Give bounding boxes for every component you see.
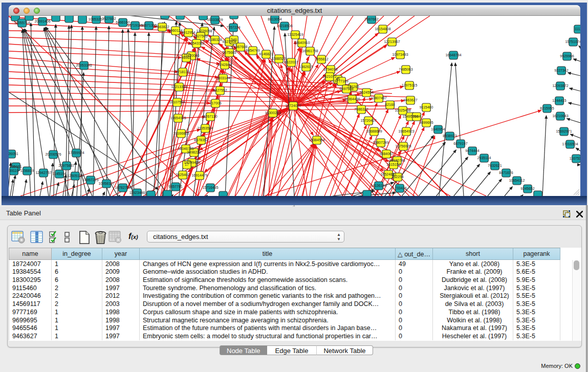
svg-text:9929966: 9929966: [560, 54, 574, 58]
svg-text:12213967: 12213967: [384, 40, 400, 43]
svg-text:16914479: 16914479: [191, 173, 207, 177]
svg-text:10654112: 10654112: [509, 179, 525, 182]
svg-text:7986322: 7986322: [354, 107, 368, 111]
svg-text:20364436: 20364436: [344, 97, 360, 101]
svg-text:9777169: 9777169: [334, 79, 348, 83]
svg-text:2367608: 2367608: [233, 45, 247, 49]
svg-text:16210643: 16210643: [552, 114, 568, 118]
svg-text:6322037: 6322037: [284, 60, 298, 64]
svg-text:8938923: 8938923: [443, 134, 456, 138]
svg-text:1640954: 1640954: [431, 127, 445, 131]
svg-text:9884067: 9884067: [379, 152, 393, 156]
svg-text:16543382: 16543382: [188, 41, 204, 45]
svg-text:16782759: 16782759: [115, 186, 130, 189]
svg-text:12975115: 12975115: [402, 83, 418, 87]
svg-text:9115460: 9115460: [420, 105, 433, 109]
svg-text:10958107: 10958107: [98, 182, 114, 185]
svg-text:13226058: 13226058: [196, 29, 212, 33]
svg-text:9463627: 9463627: [403, 98, 417, 102]
svg-text:1145194: 1145194: [53, 172, 67, 176]
svg-text:19756928: 19756928: [395, 144, 411, 148]
svg-text:1621072: 1621072: [322, 75, 336, 78]
svg-text:19384554: 19384554: [309, 138, 324, 142]
svg-text:18300283: 18300283: [265, 111, 280, 115]
svg-text:18807249: 18807249: [373, 141, 388, 144]
svg-text:6794078: 6794078: [323, 68, 337, 71]
svg-text:10025438: 10025438: [395, 108, 410, 112]
svg-text:14136141: 14136141: [371, 184, 386, 187]
svg-text:11353594: 11353594: [198, 126, 213, 130]
svg-text:98961: 98961: [181, 56, 191, 59]
svg-text:1527602: 1527602: [102, 17, 116, 20]
svg-text:217006: 217006: [209, 101, 221, 105]
svg-text:18107554: 18107554: [169, 100, 185, 104]
svg-text:39119: 39119: [9, 169, 19, 172]
svg-text:1156819: 1156819: [20, 169, 34, 172]
svg-text:18640910: 18640910: [294, 41, 310, 45]
svg-text:3624554: 3624554: [359, 91, 373, 94]
svg-text:3498222: 3498222: [187, 150, 201, 154]
svg-text:9245652: 9245652: [520, 187, 534, 190]
svg-text:8454749: 8454749: [246, 49, 259, 52]
svg-text:1362615: 1362615: [299, 65, 313, 69]
svg-text:19166825: 19166825: [173, 132, 189, 135]
svg-text:435061: 435061: [10, 165, 21, 168]
svg-text:20691406: 20691406: [34, 19, 50, 23]
svg-text:6879197: 6879197: [453, 142, 467, 145]
svg-text:8912954: 8912954: [181, 31, 195, 34]
svg-text:19654925: 19654925: [170, 116, 186, 120]
svg-text:10688609: 10688609: [366, 129, 382, 133]
svg-text:9242848: 9242848: [217, 63, 231, 67]
svg-text:7625402: 7625402: [176, 173, 189, 177]
svg-text:17016504: 17016504: [562, 142, 578, 146]
svg-text:2426051: 2426051: [9, 152, 18, 156]
svg-text:16120746: 16120746: [389, 159, 405, 162]
svg-text:12213369: 12213369: [171, 85, 187, 89]
svg-text:9146821: 9146821: [259, 52, 273, 56]
svg-text:8813054: 8813054: [268, 17, 281, 21]
svg-text:2718176: 2718176: [176, 70, 189, 74]
svg-text:9227342: 9227342: [554, 69, 568, 72]
svg-text:12093872: 12093872: [552, 84, 568, 87]
svg-text:17: 17: [185, 163, 189, 166]
svg-text:546: 546: [231, 38, 237, 41]
svg-text:62160: 62160: [385, 103, 395, 106]
svg-text:12505135: 12505135: [67, 174, 83, 178]
svg-text:7632621: 7632621: [488, 164, 502, 167]
svg-text:9327505: 9327505: [193, 34, 207, 38]
svg-text:2935114: 2935114: [477, 156, 491, 160]
svg-text:15692971: 15692971: [556, 129, 572, 133]
svg-text:1112: 1112: [575, 27, 580, 31]
svg-text:20975887: 20975887: [58, 164, 74, 167]
svg-text:1733426: 1733426: [393, 186, 406, 190]
svg-text:252254: 252254: [391, 175, 403, 179]
svg-text:7485063: 7485063: [399, 68, 412, 71]
svg-text:19218506: 19218506: [276, 24, 292, 28]
svg-text:7955812: 7955812: [314, 57, 328, 61]
svg-text:14055714: 14055714: [14, 21, 30, 25]
svg-text:18724007: 18724007: [285, 104, 301, 107]
svg-text:19654923: 19654923: [398, 129, 414, 133]
svg-text:17957225: 17957225: [82, 178, 98, 182]
svg-text:9899695: 9899695: [419, 121, 433, 124]
svg-text:15751074: 15751074: [565, 40, 580, 43]
svg-text:13325419: 13325419: [287, 33, 303, 36]
svg-text:8427552: 8427552: [213, 89, 227, 92]
svg-text:9804: 9804: [412, 115, 421, 118]
svg-text:10807487: 10807487: [371, 96, 386, 100]
svg-text:9474444: 9474444: [465, 149, 479, 152]
svg-text:16671385: 16671385: [141, 24, 157, 27]
svg-text:1615152: 1615152: [386, 163, 400, 166]
svg-text:2803144: 2803144: [216, 76, 230, 80]
svg-text:5675685: 5675685: [222, 51, 236, 54]
svg-text:8267130: 8267130: [203, 115, 217, 118]
svg-text:8186328: 8186328: [208, 38, 222, 41]
svg-text:17359924: 17359924: [68, 151, 84, 155]
svg-text:6497568: 6497568: [339, 87, 353, 91]
svg-text:8960124: 8960124: [168, 29, 182, 32]
svg-text:1588520: 1588520: [272, 57, 286, 60]
svg-text:16961758: 16961758: [302, 49, 318, 53]
svg-text:16046786: 16046786: [178, 147, 193, 150]
svg-text:15716485: 15716485: [202, 186, 218, 189]
svg-text:7663822: 7663822: [155, 25, 169, 29]
